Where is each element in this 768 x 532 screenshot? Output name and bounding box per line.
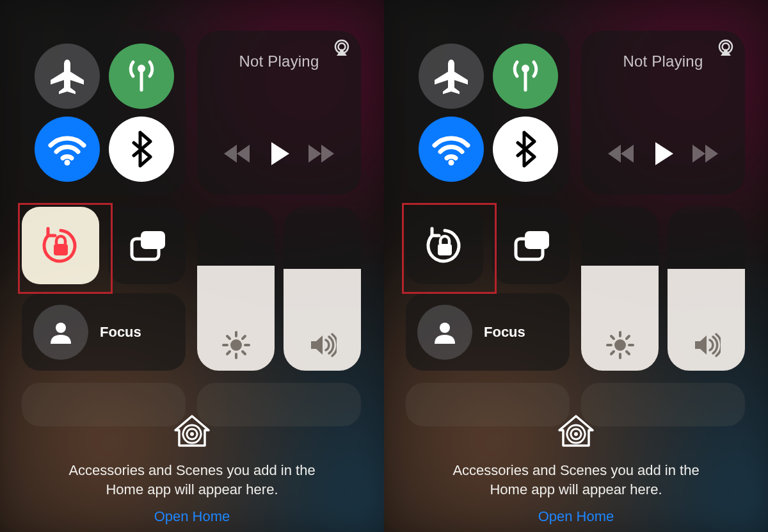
person-icon [48, 319, 74, 345]
wifi-toggle[interactable] [419, 117, 484, 182]
connectivity-module[interactable] [22, 31, 186, 195]
airplane-icon [47, 56, 88, 97]
play-icon [266, 141, 292, 166]
brightness-slider[interactable] [581, 207, 659, 371]
rewind-icon [607, 142, 635, 165]
play-button[interactable] [260, 138, 298, 169]
media-module[interactable]: Not Playing [197, 31, 361, 195]
airplane-icon [431, 56, 472, 97]
previous-track-button[interactable] [602, 138, 640, 169]
focus-button[interactable]: Focus [406, 293, 570, 371]
screen-mirroring-icon [127, 227, 168, 264]
rotation-lock-icon [422, 223, 467, 268]
bluetooth-icon [121, 129, 162, 170]
rotation-lock-toggle[interactable] [22, 207, 99, 284]
bluetooth-toggle[interactable] [493, 117, 558, 182]
control-center-panel: Not Playing [384, 0, 768, 532]
forward-icon [307, 142, 335, 165]
home-hint-line1: Accessories and Scenes you add in the [452, 462, 699, 478]
cellular-data-toggle[interactable] [109, 44, 174, 109]
person-icon [432, 319, 458, 345]
play-button[interactable] [644, 138, 682, 169]
focus-label: Focus [100, 324, 141, 341]
wifi-icon [47, 129, 88, 170]
focus-label: Focus [484, 324, 525, 341]
focus-button[interactable]: Focus [22, 293, 186, 371]
volume-icon [308, 331, 337, 359]
bluetooth-icon [505, 129, 546, 170]
next-track-button[interactable] [302, 138, 340, 169]
home-section: Accessories and Scenes you add in the Ho… [384, 412, 768, 525]
home-icon [557, 412, 595, 449]
screen-mirroring-icon [511, 227, 552, 264]
cellular-data-toggle[interactable] [493, 44, 558, 109]
svg-rect-1 [438, 244, 452, 255]
airplane-mode-toggle[interactable] [35, 44, 100, 109]
volume-slider[interactable] [284, 207, 361, 371]
svg-rect-0 [54, 244, 68, 255]
forward-icon [691, 142, 719, 165]
home-icon [173, 412, 211, 449]
brightness-icon [222, 331, 250, 359]
rotation-lock-icon [38, 223, 83, 268]
volume-slider[interactable] [668, 207, 745, 371]
cellular-icon [505, 56, 546, 97]
brightness-icon [606, 331, 634, 359]
home-hint-line2: Home app will appear here. [106, 481, 278, 497]
media-title: Not Playing [197, 52, 361, 70]
rewind-icon [223, 142, 251, 165]
rotation-lock-toggle[interactable] [406, 207, 483, 284]
open-home-link[interactable]: Open Home [154, 508, 230, 525]
cellular-icon [121, 56, 162, 97]
open-home-link[interactable]: Open Home [538, 508, 614, 525]
media-title: Not Playing [581, 52, 745, 70]
home-hint-line1: Accessories and Scenes you add in the [68, 462, 315, 478]
screen-mirroring-button[interactable] [492, 207, 570, 284]
home-hint-line2: Home app will appear here. [490, 481, 662, 497]
next-track-button[interactable] [686, 138, 724, 169]
connectivity-module[interactable] [406, 31, 570, 195]
control-center-panel: Not Playing [0, 0, 384, 532]
previous-track-button[interactable] [218, 138, 256, 169]
brightness-slider[interactable] [197, 207, 275, 371]
wifi-icon [431, 129, 472, 170]
volume-icon [692, 331, 721, 359]
play-icon [650, 141, 676, 166]
screen-mirroring-button[interactable] [108, 207, 186, 284]
bluetooth-toggle[interactable] [109, 117, 174, 182]
airplane-mode-toggle[interactable] [419, 44, 484, 109]
wifi-toggle[interactable] [35, 117, 100, 182]
media-module[interactable]: Not Playing [581, 31, 745, 195]
home-section: Accessories and Scenes you add in the Ho… [0, 412, 384, 525]
